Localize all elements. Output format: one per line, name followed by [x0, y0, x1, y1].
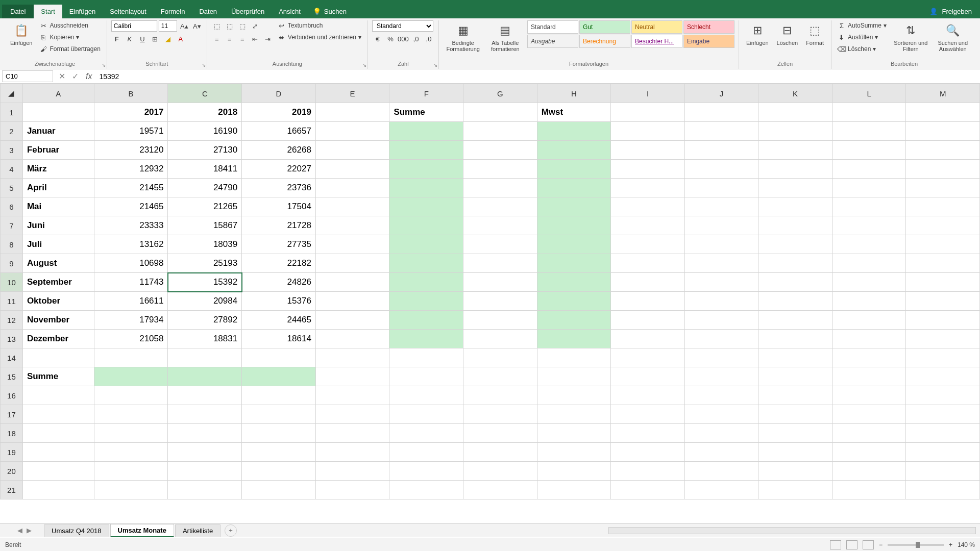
cell-K9[interactable] [758, 254, 832, 273]
style-eingabe[interactable]: Eingabe [683, 35, 734, 48]
cell-D8[interactable]: 27735 [242, 235, 316, 254]
cell-G9[interactable] [463, 254, 537, 273]
column-header-A[interactable]: A [22, 84, 94, 103]
cell-L19[interactable] [832, 443, 906, 462]
cell-I17[interactable] [611, 405, 685, 424]
sheet-tab-3[interactable]: Artikelliste [175, 524, 220, 537]
format-painter-button[interactable]: 🖌Format übertragen [37, 44, 102, 54]
cell-H4[interactable] [537, 160, 611, 179]
row-header-17[interactable]: 17 [1, 405, 23, 424]
increase-font-button[interactable]: A▴ [179, 20, 190, 32]
cell-J10[interactable] [684, 273, 758, 292]
cell-E15[interactable] [315, 367, 389, 386]
format-cells-button[interactable]: ⬚Format [803, 20, 827, 48]
cell-K13[interactable] [758, 330, 832, 348]
cell-B19[interactable] [94, 443, 168, 462]
dialog-launcher-icon[interactable]: ↘ [433, 62, 437, 68]
cell-G1[interactable] [463, 103, 537, 122]
cell-B15[interactable] [94, 367, 168, 386]
cell-B6[interactable]: 21465 [94, 197, 168, 216]
cell-B3[interactable]: 23120 [94, 141, 168, 160]
cell-M18[interactable] [906, 424, 980, 443]
cell-J5[interactable] [684, 179, 758, 197]
cell-B10[interactable]: 11743 [94, 273, 168, 292]
cell-E7[interactable] [315, 216, 389, 235]
cell-K15[interactable] [758, 367, 832, 386]
autosum-button[interactable]: ΣAutoSumme ▾ [836, 20, 889, 31]
cell-M2[interactable] [906, 122, 980, 141]
style-schlecht[interactable]: Schlecht [683, 20, 734, 34]
cell-G15[interactable] [463, 367, 537, 386]
cell-H19[interactable] [537, 443, 611, 462]
cell-C12[interactable]: 27892 [168, 311, 242, 330]
tab-einfuegen[interactable]: Einfügen [62, 5, 103, 18]
cell-J9[interactable] [684, 254, 758, 273]
cell-G17[interactable] [463, 405, 537, 424]
cell-C3[interactable]: 27130 [168, 141, 242, 160]
cell-G6[interactable] [463, 197, 537, 216]
cell-F16[interactable] [389, 386, 463, 405]
row-header-15[interactable]: 15 [1, 367, 23, 386]
cell-E10[interactable] [315, 273, 389, 292]
cell-E3[interactable] [315, 141, 389, 160]
cell-J11[interactable] [684, 292, 758, 311]
align-left-button[interactable]: ≡ [211, 33, 223, 44]
cell-L2[interactable] [832, 122, 906, 141]
percent-button[interactable]: % [385, 33, 396, 44]
cell-M1[interactable] [906, 103, 980, 122]
tab-seitenlayout[interactable]: Seitenlayout [103, 5, 154, 18]
column-header-J[interactable]: J [684, 84, 758, 103]
cell-E16[interactable] [315, 386, 389, 405]
cell-J20[interactable] [684, 462, 758, 481]
cell-G18[interactable] [463, 424, 537, 443]
column-header-F[interactable]: F [389, 84, 463, 103]
format-as-table-button[interactable]: ▤Als Tabelle formatieren [485, 20, 526, 54]
cell-H21[interactable] [537, 481, 611, 499]
cell-C8[interactable]: 18039 [168, 235, 242, 254]
ribbon-search[interactable]: 💡 Suchen [313, 8, 347, 15]
cell-I6[interactable] [611, 197, 685, 216]
cell-H18[interactable] [537, 424, 611, 443]
cell-H20[interactable] [537, 462, 611, 481]
cell-J14[interactable] [684, 348, 758, 367]
cell-J17[interactable] [684, 405, 758, 424]
dialog-launcher-icon[interactable]: ↘ [362, 62, 366, 68]
cell-G21[interactable] [463, 481, 537, 499]
sheet-tab-1[interactable]: Umsatz Q4 2018 [44, 524, 109, 537]
cell-C14[interactable] [168, 348, 242, 367]
paste-button[interactable]: 📋 Einfügen [7, 20, 35, 48]
insert-cells-button[interactable]: ⊞Einfügen [743, 20, 771, 48]
cell-K6[interactable] [758, 197, 832, 216]
cell-L10[interactable] [832, 273, 906, 292]
font-color-button[interactable]: A [175, 33, 186, 44]
cell-M16[interactable] [906, 386, 980, 405]
cell-J15[interactable] [684, 367, 758, 386]
cell-M11[interactable] [906, 292, 980, 311]
delete-cells-button[interactable]: ⊟Löschen [774, 20, 801, 48]
cell-G13[interactable] [463, 330, 537, 348]
cell-G14[interactable] [463, 348, 537, 367]
cell-L9[interactable] [832, 254, 906, 273]
cell-J7[interactable] [684, 216, 758, 235]
cell-H1[interactable]: Mwst [537, 103, 611, 122]
cell-A16[interactable] [22, 386, 94, 405]
cell-G3[interactable] [463, 141, 537, 160]
cell-E20[interactable] [315, 462, 389, 481]
cell-J2[interactable] [684, 122, 758, 141]
cell-L21[interactable] [832, 481, 906, 499]
row-header-7[interactable]: 7 [1, 216, 23, 235]
row-header-6[interactable]: 6 [1, 197, 23, 216]
cell-E18[interactable] [315, 424, 389, 443]
cell-G10[interactable] [463, 273, 537, 292]
cell-D15[interactable] [242, 367, 316, 386]
cell-E13[interactable] [315, 330, 389, 348]
cell-K4[interactable] [758, 160, 832, 179]
cell-J1[interactable] [684, 103, 758, 122]
cell-G20[interactable] [463, 462, 537, 481]
cell-M20[interactable] [906, 462, 980, 481]
cell-F19[interactable] [389, 443, 463, 462]
cell-G5[interactable] [463, 179, 537, 197]
cell-E17[interactable] [315, 405, 389, 424]
cell-G4[interactable] [463, 160, 537, 179]
cell-C5[interactable]: 24790 [168, 179, 242, 197]
